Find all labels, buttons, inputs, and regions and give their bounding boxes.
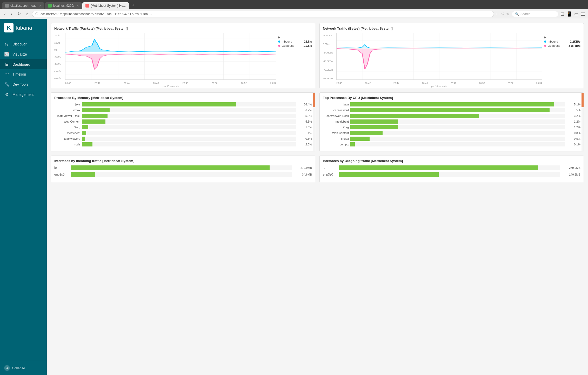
bar-wrapper: [82, 119, 296, 124]
device-icon[interactable]: 📱: [566, 11, 572, 17]
tab-favicon-3: [85, 4, 89, 8]
bytes-legend-arrow: ▶: [544, 36, 580, 39]
devtools-icon: 🔧: [4, 82, 9, 87]
list-item: Web Content 0.8%: [323, 131, 580, 135]
traffic-value: 34.6MB: [294, 173, 312, 176]
menu-icon[interactable]: ☰: [581, 11, 585, 17]
bytes-inbound-label: Inbound: [548, 40, 558, 43]
cpu-bars: java 5.1% teamviewerd 5% TeamViewer_Desk…: [323, 102, 580, 146]
tabs-bar: elasticsearch-head ✕ localhost:9200/ ✕ […: [2, 2, 586, 9]
list-item: enp3s0 140.2MB: [323, 172, 580, 177]
star-icon[interactable]: ☆: [506, 12, 510, 16]
incoming-traffic-panel: Interfaces by Incoming traffic [Metricbe…: [51, 156, 315, 182]
inbound-value: 26.5/s: [304, 40, 312, 43]
memory-scrollbar-thumb: [313, 93, 315, 107]
bar-fill: [82, 114, 108, 118]
bar-value: 6.7%: [298, 109, 312, 112]
sidebar-logo: K kibana: [0, 19, 47, 37]
traffic-bar-fill: [71, 165, 270, 170]
processes-memory-title: Processes By Memory [Metricbeat System]: [54, 96, 312, 100]
sidebar-item-devtools[interactable]: 🔧 Dev Tools: [0, 79, 47, 89]
forward-button[interactable]: ›: [9, 11, 14, 17]
discover-icon: ◎: [4, 42, 9, 46]
new-tab-button[interactable]: +: [130, 2, 137, 9]
outgoing-bars: lo 279.9MB enp3s0 140.2MB: [323, 165, 580, 177]
memory-bars: java 36.4% firefox 6.7% TeamViewer_Desk …: [54, 102, 312, 146]
bar-label: firefox: [323, 137, 349, 140]
bar-label: metricbeat: [323, 120, 349, 123]
tab-elasticsearch[interactable]: elasticsearch-head ✕: [2, 2, 44, 9]
bar-value: 5.9%: [298, 114, 312, 117]
bar-value: 0.5%: [566, 137, 580, 140]
traffic-label: lo: [323, 166, 337, 170]
x-label-2050: 20:50: [212, 82, 218, 84]
bar-wrapper: [350, 119, 565, 124]
traffic-bar-fill: [339, 165, 538, 170]
network-packets-title: Network Traffic (Packets) [Metricbeat Sy…: [54, 26, 312, 30]
x-label-2054: 20:54: [270, 82, 276, 84]
browser-chrome: elasticsearch-head ✕ localhost:9200/ ✕ […: [0, 0, 588, 9]
bar-value: 2.5%: [298, 143, 312, 146]
by-y2: 0.0B/s: [323, 43, 336, 45]
list-item: metricbeat 1.2%: [323, 119, 580, 124]
bytes-inbound-legend: Inbound 2.2KB/s: [544, 40, 580, 43]
bar-value: 5.1%: [566, 103, 580, 106]
tab-localhost[interactable]: localhost:9200/ ✕: [45, 2, 82, 9]
bar-value: 0.1%: [566, 143, 580, 146]
list-item: lo 279.9MB: [323, 165, 580, 170]
tab-close-1[interactable]: ✕: [39, 4, 41, 7]
reload-button[interactable]: ↻: [16, 11, 22, 17]
bar-fill: [350, 131, 383, 135]
by-y1: 24.4KB/s: [323, 34, 336, 37]
sidebar-item-management[interactable]: ⚙ Management: [0, 89, 47, 99]
browser-search-box[interactable]: 🔍 Search: [512, 11, 558, 17]
home-button[interactable]: ⌂: [24, 11, 30, 17]
bar-label: Xorg: [54, 126, 80, 129]
sidebar-item-timelion[interactable]: 〰 Timelion: [0, 69, 47, 79]
bytes-inbound-value: 2.2KB/s: [570, 40, 580, 43]
by-y6: -97.7KB/s: [323, 77, 336, 80]
visualize-icon: 📈: [4, 52, 9, 57]
packets-inbound-legend: Inbound 26.5/s: [278, 40, 312, 43]
bar-wrapper: [82, 131, 296, 135]
bar-value: 3.2%: [566, 114, 580, 117]
sidebar-item-visualize[interactable]: 📈 Visualize: [0, 49, 47, 59]
packets-legend-arrow: ▶: [278, 36, 312, 39]
bar-value: 0.8%: [566, 131, 580, 135]
timelion-icon: 〰: [4, 72, 9, 77]
list-item: teamviewerd 5%: [323, 108, 580, 112]
tab-close-3[interactable]: ✕: [128, 4, 129, 7]
bar-fill: [350, 119, 398, 124]
bar-wrapper: [82, 137, 296, 141]
collapse-button[interactable]: ◀ Collapse: [4, 365, 43, 371]
tab-close-2[interactable]: ✕: [77, 4, 79, 7]
network-bytes-title: Network Traffic (Bytes) [Metricbeat Syst…: [323, 26, 580, 30]
bookmark-icon[interactable]: ♡: [501, 12, 505, 16]
bar-value: 5%: [566, 109, 580, 112]
traffic-value: 140.2MB: [562, 173, 580, 176]
list-item: lo 279.9MB: [54, 165, 312, 170]
processes-memory-panel: Processes By Memory [Metricbeat System] …: [51, 92, 315, 151]
inbound-label: Inbound: [282, 40, 292, 43]
sidebar-label-devtools: Dev Tools: [12, 82, 28, 86]
list-item: Xorg 1.5%: [54, 125, 312, 129]
sidebar-item-discover[interactable]: ◎ Discover: [0, 39, 47, 49]
bar-wrapper: [82, 114, 296, 118]
outbound-dot: [278, 45, 280, 47]
tab-label-1: elasticsearch-head: [10, 4, 37, 8]
y-label-200: 200/s: [54, 34, 65, 37]
by-y5: -73.2KB/s: [323, 69, 336, 71]
tab-metricbeat[interactable]: [Metricbeat System] Ho... ✕: [82, 2, 129, 9]
sidebar-browser-icon[interactable]: ▭: [574, 11, 579, 17]
inbound-dot: [278, 41, 280, 43]
memory-scrollbar[interactable]: [313, 93, 315, 151]
url-bar[interactable]: ⓘ localhost:5601/app/kibana#/dashboard/7…: [32, 11, 494, 17]
more-options-icon[interactable]: ⋯: [496, 12, 500, 16]
sidebar-item-dashboard[interactable]: ⊞ Dashboard: [0, 59, 47, 69]
library-icon[interactable]: ⊟: [560, 11, 564, 17]
bar-fill: [350, 137, 370, 141]
cpu-scrollbar[interactable]: [582, 93, 584, 151]
list-item: metricbeat 1%: [54, 131, 312, 135]
back-button[interactable]: ‹: [3, 11, 7, 17]
bar-wrapper: [350, 102, 565, 106]
